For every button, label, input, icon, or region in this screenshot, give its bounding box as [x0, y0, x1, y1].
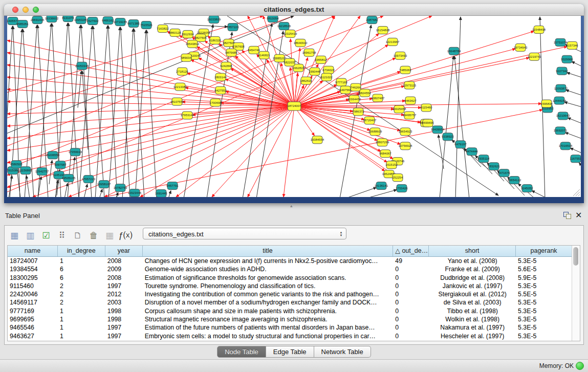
citation-edge-black[interactable]	[168, 191, 171, 197]
table-cell[interactable]: 1997	[105, 323, 143, 332]
graph-node[interactable]: 8131074	[62, 16, 74, 21]
table-cell[interactable]: 49	[393, 257, 429, 265]
table-row[interactable]: 2242004622012Investigating the contribut…	[8, 290, 572, 298]
table-cell[interactable]: 19384554	[8, 265, 58, 273]
graph-node[interactable]: 12444154	[553, 97, 567, 104]
citation-edge-black[interactable]	[572, 61, 581, 66]
graph-node[interactable]: 6479197	[454, 141, 467, 148]
graph-node[interactable]: 19384554	[311, 136, 324, 144]
table-cell[interactable]: 5.3E-5	[516, 315, 572, 323]
table-cell[interactable]: 0	[393, 315, 429, 323]
graph-node[interactable]: 9777169	[335, 78, 347, 86]
table-cell[interactable]: 6	[58, 274, 105, 282]
graph-node[interactable]: 20691406	[31, 16, 45, 24]
table-cell[interactable]: Hescheler et al. (1997)	[429, 332, 516, 340]
graph-node[interactable]: 18720407	[363, 117, 377, 124]
citation-edge-black[interactable]	[68, 25, 80, 197]
graph-node[interactable]: 9115460	[421, 104, 433, 112]
graph-node[interactable]: 9227342	[556, 67, 568, 75]
graph-node[interactable]: 3824554	[359, 89, 371, 97]
citation-edge-black[interactable]	[121, 27, 130, 197]
table-cell[interactable]: Jankovic et al. (1997)	[429, 282, 516, 290]
graph-node[interactable]: 12213383	[173, 83, 187, 91]
graph-node[interactable]: 9338923	[442, 133, 454, 141]
table-cell[interactable]: Wolkin et al. (1998)	[429, 315, 516, 323]
citation-edge-red[interactable]	[176, 106, 294, 197]
graph-node[interactable]: 16961758	[302, 49, 316, 56]
table-cell[interactable]: 2008	[105, 257, 143, 265]
table-cell[interactable]: 5.3E-5	[516, 332, 572, 340]
table-cell[interactable]: Investigating the contribution of common…	[143, 290, 394, 298]
table-cell[interactable]: 1	[58, 257, 105, 265]
table-cell[interactable]: 9777169	[8, 307, 58, 315]
graph-node[interactable]: 11156869	[19, 167, 32, 174]
graph-node[interactable]: 18807299	[376, 139, 389, 146]
citation-edge-black[interactable]	[26, 176, 30, 197]
citation-edge-black[interactable]	[345, 187, 377, 197]
table-cell[interactable]: 1	[58, 323, 105, 332]
table-cell[interactable]: 2	[58, 282, 105, 290]
table-cell[interactable]: 5.9E-5	[516, 274, 572, 282]
graph-node[interactable]: 1955812	[315, 56, 327, 63]
graph-node[interactable]: 12219743	[528, 53, 541, 60]
graph-node[interactable]: 6497568	[339, 86, 352, 94]
graph-node[interactable]: 12213967	[386, 38, 400, 46]
table-settings-icon[interactable]: ▦	[9, 230, 20, 242]
graph-node[interactable]: 16782759	[114, 184, 127, 192]
citation-edge-black[interactable]	[164, 24, 228, 27]
citation-edge-black[interactable]	[570, 148, 581, 152]
column-header[interactable]: short	[429, 246, 516, 256]
graph-node[interactable]: 17016504	[559, 142, 573, 150]
graph-node[interactable]: 18107553	[170, 98, 184, 105]
graph-node[interactable]: 9146821	[258, 51, 270, 59]
table-cell[interactable]: 5.3E-5	[516, 323, 572, 332]
graph-node[interactable]: 2718126	[176, 68, 188, 75]
graph-node[interactable]: 1615152	[385, 161, 398, 169]
table-cell[interactable]: 5.3E-5	[516, 298, 572, 307]
citation-edge-black[interactable]	[108, 27, 120, 197]
graph-node[interactable]: 6671385	[127, 19, 140, 27]
new-document-icon[interactable]: 🗋	[72, 230, 83, 242]
graph-node[interactable]: 7163822	[157, 25, 169, 32]
table-cell[interactable]: Yano et al. (2008)	[429, 257, 516, 265]
graph-node[interactable]: 12973115	[403, 81, 417, 89]
citation-edge-red[interactable]	[7, 106, 294, 139]
graph-node[interactable]: 5121022	[320, 73, 333, 81]
graph-node[interactable]: 8427552	[214, 86, 227, 94]
table-cell[interactable]: Changes of HCN gene expression and I(f) …	[143, 257, 394, 265]
citation-edge-red[interactable]	[187, 73, 294, 106]
table-cell[interactable]: 2009	[105, 265, 143, 273]
splitter-handle-icon[interactable]: ▴	[290, 203, 293, 208]
column-header[interactable]: pagerank	[516, 246, 572, 256]
graph-node[interactable]: 9245052	[521, 185, 533, 192]
graph-node[interactable]: 18640910	[294, 39, 308, 47]
table-row[interactable]: 1938455462009Genome-wide association stu…	[8, 265, 572, 273]
graph-node[interactable]: 1527602	[86, 17, 99, 25]
graph-node[interactable]: 16336602	[45, 16, 59, 22]
table-cell[interactable]: 0	[393, 290, 429, 298]
table-cell[interactable]: Estimation of significance thresholds fo…	[143, 274, 394, 282]
table-row[interactable]: 977716911998Corpus callosum shape and si…	[8, 307, 572, 315]
row-height-icon[interactable]: ⠿	[56, 230, 68, 242]
citation-edge-red[interactable]	[7, 106, 294, 176]
graph-node[interactable]: 9157346	[566, 41, 578, 49]
table-cell[interactable]: Corpus callosum shape and size in male p…	[143, 307, 394, 315]
table-cell[interactable]: Stergiakouli et al. (2012)	[429, 290, 516, 298]
table-cell[interactable]: 5.3E-5	[516, 307, 572, 315]
table-cell[interactable]: 5.3E-5	[516, 282, 572, 290]
graph-node[interactable]: 15692071	[554, 127, 568, 135]
graph-node[interactable]: 10025458	[393, 105, 406, 113]
graph-node[interactable]: 18724007	[288, 102, 301, 111]
graph-node[interactable]: 6466162	[102, 16, 114, 24]
table-cell[interactable]: 0	[393, 323, 429, 332]
window-titlebar[interactable]: citations_edges.txt	[4, 4, 584, 16]
graph-node[interactable]: 9875685	[225, 49, 237, 56]
table-cell[interactable]: 5.6E-5	[516, 265, 572, 273]
citation-edge-black[interactable]	[184, 25, 213, 197]
table-row[interactable]: 911546021997Tourette syndrome. Phenomeno…	[8, 282, 572, 290]
table-cell[interactable]: 1998	[105, 315, 143, 323]
citation-edge-black[interactable]	[565, 90, 581, 95]
graph-node[interactable]: 10719155	[114, 18, 127, 26]
table-cell[interactable]: Tourette syndrome. Phenomenology and cla…	[143, 282, 394, 290]
column-header[interactable]: △ out_de…	[393, 246, 429, 256]
